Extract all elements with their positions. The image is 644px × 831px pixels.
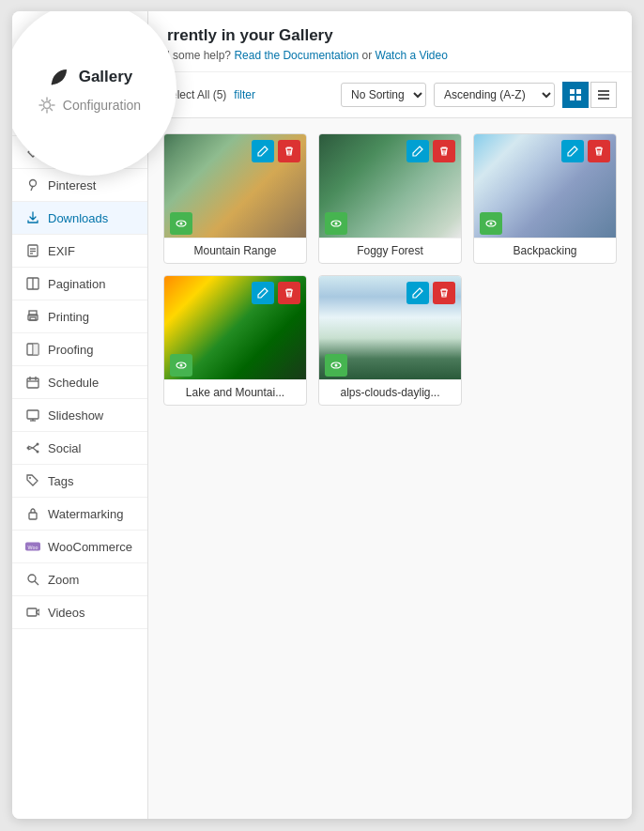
- preview-badge[interactable]: [325, 212, 347, 235]
- svg-rect-19: [27, 378, 38, 388]
- video-link[interactable]: Watch a Video: [376, 49, 448, 62]
- preview-badge[interactable]: [325, 354, 347, 377]
- social-icon: [25, 440, 40, 455]
- sidebar-item-printing[interactable]: Printing: [12, 300, 147, 333]
- sidebar-item-pagination[interactable]: Pagination: [12, 268, 147, 300]
- list-view-button[interactable]: [590, 82, 617, 108]
- svg-point-50: [180, 364, 183, 367]
- grid-view-button[interactable]: [562, 82, 589, 108]
- svg-point-33: [28, 575, 36, 582]
- svg-text:Woo: Woo: [28, 545, 38, 550]
- edit-button[interactable]: [406, 282, 429, 304]
- trash-icon: [284, 146, 295, 157]
- item-actions: [561, 140, 610, 162]
- pinterest-icon: [25, 177, 40, 192]
- eye-icon: [176, 218, 187, 229]
- delete-button[interactable]: [588, 140, 610, 162]
- circle-leaf-icon: [47, 65, 71, 89]
- item-actions: [406, 282, 455, 304]
- preview-badge[interactable]: [480, 212, 502, 235]
- view-toggle: [562, 82, 617, 108]
- svg-rect-39: [576, 96, 581, 100]
- sidebar-item-downloads[interactable]: Downloads: [12, 202, 147, 235]
- delete-button[interactable]: [433, 140, 455, 162]
- pencil-icon: [567, 146, 578, 157]
- sidebar-item-tags[interactable]: Tags: [12, 465, 147, 498]
- sidebar-item-zoom[interactable]: Zoom: [12, 563, 147, 596]
- zoom-icon: [25, 572, 40, 587]
- svg-point-44: [180, 223, 183, 225]
- item-actions: [252, 140, 300, 162]
- help-text: l some help? Read the Documentation or W…: [167, 49, 613, 62]
- sidebar-item-watermarking[interactable]: Watermarking: [12, 498, 147, 531]
- gallery-item: Mountain Range: [163, 133, 307, 264]
- tags-icon: [25, 473, 40, 488]
- delete-button[interactable]: [433, 282, 455, 304]
- trash-icon: [438, 287, 450, 299]
- svg-point-5: [30, 180, 37, 187]
- schedule-icon: [25, 375, 40, 390]
- circle-config-item: Configuration: [38, 97, 141, 114]
- circle-config-label: Configuration: [63, 98, 141, 113]
- gallery-item: Foggy Forest: [318, 133, 462, 264]
- gallery-item-title: Backpacking: [474, 238, 616, 263]
- list-view-icon: [597, 88, 610, 101]
- sidebar-item-proofing[interactable]: Proofing: [12, 333, 147, 366]
- sidebar-item-pinterest-label: Pinterest: [48, 178, 96, 192]
- edit-button[interactable]: [561, 140, 584, 162]
- edit-button[interactable]: [252, 140, 274, 162]
- sidebar-item-printing-label: Printing: [48, 310, 89, 324]
- sidebar-item-schedule[interactable]: Schedule: [12, 366, 147, 399]
- trash-icon: [284, 287, 295, 299]
- pencil-icon: [412, 287, 423, 299]
- svg-rect-37: [576, 89, 581, 94]
- circle-gallery-item: Gallery: [47, 65, 133, 89]
- sidebar-item-exif[interactable]: EXIF: [12, 235, 147, 268]
- edit-button[interactable]: [406, 140, 429, 162]
- pencil-icon: [257, 146, 268, 157]
- downloads-icon: [25, 210, 40, 225]
- trash-icon: [438, 146, 450, 157]
- svg-point-48: [490, 223, 493, 225]
- sidebar-item-slideshow[interactable]: Slideshow: [12, 399, 147, 432]
- doc-link[interactable]: Read the Documentation: [234, 49, 359, 62]
- sidebar-item-woocommerce[interactable]: Woo WooCommerce: [12, 531, 147, 563]
- gallery-item-title: Lake and Mountai...: [164, 379, 306, 405]
- sorting-select[interactable]: No SortingTitleDateRandom: [341, 83, 426, 107]
- svg-line-34: [35, 581, 38, 585]
- main-content: rrently in your Gallery l some help? Rea…: [148, 11, 632, 819]
- svg-point-28: [27, 447, 30, 450]
- eye-icon: [330, 218, 342, 229]
- order-select[interactable]: Ascending (A-Z)Descending (Z-A): [434, 83, 555, 107]
- trash-icon: [593, 146, 605, 157]
- filter-button[interactable]: filter: [234, 88, 255, 101]
- circle-gear-icon: [38, 97, 55, 114]
- sidebar-item-downloads-label: Downloads: [48, 211, 108, 225]
- gallery-item: Backpacking: [473, 133, 617, 264]
- proofing-icon: [25, 342, 40, 357]
- svg-point-54: [43, 101, 50, 108]
- item-actions: [252, 282, 300, 304]
- sidebar-item-social[interactable]: Social: [12, 432, 147, 465]
- eye-icon: [485, 218, 497, 229]
- printing-icon: [25, 309, 40, 324]
- sidebar-item-watermarking-label: Watermarking: [48, 507, 123, 521]
- circle-gallery-label: Gallery: [79, 68, 133, 86]
- sidebar-item-zoom-label: Zoom: [48, 573, 79, 587]
- svg-rect-35: [27, 608, 37, 616]
- gallery-item-title: alps-clouds-daylig...: [319, 379, 461, 405]
- sidebar-item-videos[interactable]: Videos: [12, 596, 147, 629]
- svg-rect-18: [33, 344, 38, 355]
- delete-button[interactable]: [278, 140, 300, 162]
- pagination-icon: [25, 276, 40, 291]
- sidebar-item-slideshow-label: Slideshow: [48, 408, 103, 423]
- edit-button[interactable]: [252, 282, 274, 304]
- pencil-icon: [412, 146, 423, 157]
- delete-button[interactable]: [278, 282, 300, 304]
- preview-badge[interactable]: [170, 212, 192, 235]
- preview-badge[interactable]: [170, 354, 192, 377]
- sidebar-item-social-label: Social: [48, 441, 81, 455]
- pencil-icon: [257, 287, 268, 299]
- exif-icon: [25, 243, 40, 258]
- sidebar-item-woocommerce-label: WooCommerce: [48, 540, 132, 554]
